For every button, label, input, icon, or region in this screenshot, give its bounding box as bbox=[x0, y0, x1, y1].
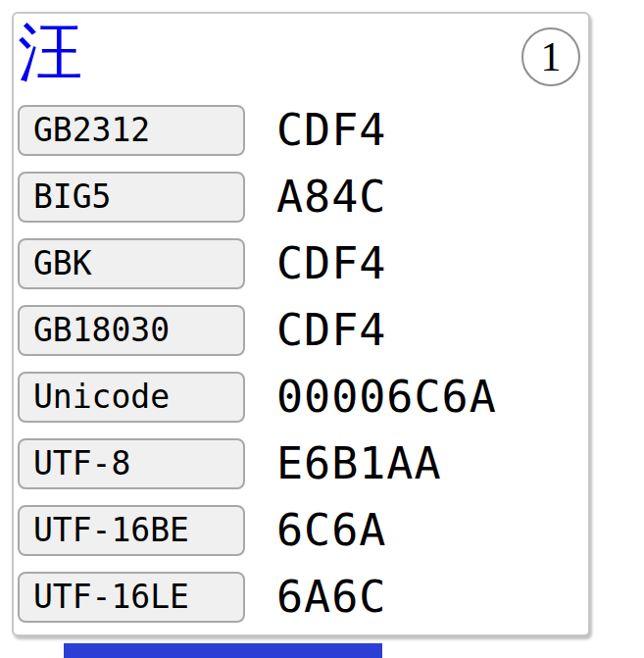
encoding-label-box[interactable]: UTF-16BE bbox=[18, 505, 245, 556]
encoding-value: CDF4 bbox=[276, 104, 386, 156]
encoding-row: UTF-8E6B1AA bbox=[18, 437, 497, 489]
encoding-label: GB18030 bbox=[33, 311, 170, 349]
encoding-label: GB2312 bbox=[33, 111, 150, 149]
encoding-label-box[interactable]: GBK bbox=[18, 238, 245, 289]
encoding-value: 00006C6A bbox=[276, 371, 497, 423]
page: 汪 1 GB2312CDF4BIG5A84CGBKCDF4GB18030CDF4… bbox=[0, 0, 644, 658]
encoding-label: UTF-16BE bbox=[33, 511, 189, 549]
encoding-row: GB18030CDF4 bbox=[18, 304, 497, 356]
encoding-label-box[interactable]: UTF-8 bbox=[18, 438, 245, 489]
page-number-badge[interactable]: 1 bbox=[521, 27, 580, 86]
encoding-card: 汪 1 GB2312CDF4BIG5A84CGBKCDF4GB18030CDF4… bbox=[12, 12, 590, 636]
encoding-value: 6C6A bbox=[276, 504, 386, 556]
encoding-row: UTF-16LE6A6C bbox=[18, 571, 497, 623]
encoding-row: GB2312CDF4 bbox=[18, 104, 497, 156]
encoding-row: UTF-16BE6C6A bbox=[18, 504, 497, 556]
encoding-label: BIG5 bbox=[33, 177, 111, 216]
encoding-label: UTF-8 bbox=[33, 444, 130, 482]
encoding-label-box[interactable]: UTF-16LE bbox=[18, 572, 245, 623]
encoding-label-box[interactable]: BIG5 bbox=[18, 172, 245, 223]
bottom-partial-element[interactable] bbox=[64, 643, 382, 658]
encoding-value: CDF4 bbox=[276, 237, 386, 289]
encoding-row: Unicode00006C6A bbox=[18, 371, 497, 423]
encoding-value: E6B1AA bbox=[276, 437, 442, 489]
encoding-row: BIG5A84C bbox=[18, 171, 497, 223]
encoding-label-box[interactable]: GB18030 bbox=[18, 305, 245, 356]
encoding-label-box[interactable]: Unicode bbox=[18, 372, 245, 423]
encoding-label-box[interactable]: GB2312 bbox=[18, 105, 245, 156]
encoding-label: UTF-16LE bbox=[33, 578, 189, 616]
encoding-row: GBKCDF4 bbox=[18, 237, 497, 289]
encoding-rows: GB2312CDF4BIG5A84CGBKCDF4GB18030CDF4Unic… bbox=[18, 104, 497, 623]
encoding-value: CDF4 bbox=[276, 304, 386, 356]
encoding-label: Unicode bbox=[33, 378, 170, 416]
encoding-value: A84C bbox=[276, 171, 386, 223]
character-title: 汪 bbox=[18, 18, 82, 89]
encoding-value: 6A6C bbox=[276, 571, 386, 623]
encoding-label: GBK bbox=[33, 244, 92, 282]
